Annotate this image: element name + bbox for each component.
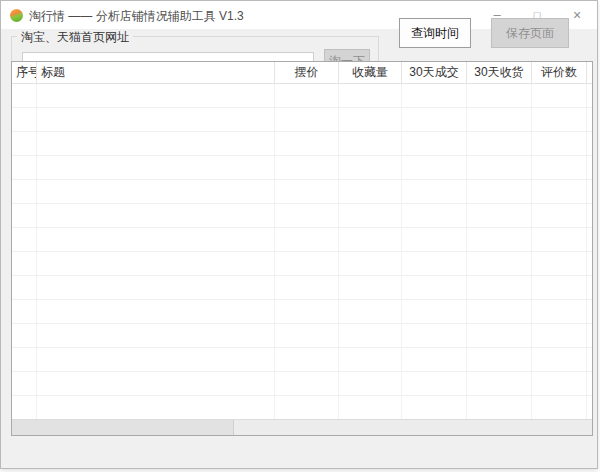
table-cell — [587, 132, 592, 155]
table-cell — [275, 156, 339, 179]
window-title: 淘行情 —— 分析店铺情况辅助工具 V1.3 — [29, 8, 244, 25]
column-header-30day-deals[interactable]: 30天成交 — [402, 62, 467, 84]
table-cell — [532, 84, 587, 107]
column-header-30day-received[interactable]: 30天收货 — [467, 62, 532, 84]
table-cell — [587, 84, 592, 107]
scrollbar-thumb[interactable] — [12, 420, 234, 435]
column-header-filler — [587, 62, 592, 84]
table-cell — [532, 132, 587, 155]
table-cell — [339, 348, 402, 371]
table-cell — [402, 372, 467, 395]
table-cell — [467, 276, 532, 299]
table-cell — [532, 108, 587, 131]
table-cell — [402, 108, 467, 131]
table-cell — [12, 204, 37, 227]
table-cell — [12, 348, 37, 371]
table-cell — [467, 204, 532, 227]
table-row — [12, 156, 592, 180]
horizontal-scrollbar[interactable] — [12, 419, 592, 435]
table-body — [12, 84, 592, 419]
table-cell — [467, 300, 532, 323]
table-cell — [12, 156, 37, 179]
table-cell — [37, 108, 275, 131]
table-cell — [402, 156, 467, 179]
table-cell — [587, 396, 592, 419]
query-time-button[interactable]: 查询时间 — [399, 18, 471, 48]
column-header-title[interactable]: 标题 — [37, 62, 275, 84]
table-cell — [587, 180, 592, 203]
table-cell — [37, 276, 275, 299]
table-cell — [12, 276, 37, 299]
table-cell — [12, 300, 37, 323]
table-row — [12, 204, 592, 228]
app-window: 淘行情 —— 分析店铺情况辅助工具 V1.3 – □ × 淘宝、天猫首页网址 淘… — [0, 0, 598, 469]
table-cell — [12, 252, 37, 275]
table-cell — [275, 108, 339, 131]
url-groupbox-label: 淘宝、天猫首页网址 — [17, 29, 133, 46]
table-cell — [12, 132, 37, 155]
table-cell — [339, 156, 402, 179]
table-cell — [402, 324, 467, 347]
table-cell — [275, 276, 339, 299]
save-page-button[interactable]: 保存页面 — [491, 18, 569, 48]
table-cell — [402, 180, 467, 203]
table-cell — [467, 180, 532, 203]
table-cell — [37, 84, 275, 107]
table-cell — [402, 396, 467, 419]
table-cell — [467, 396, 532, 419]
table-row — [12, 396, 592, 419]
table-cell — [339, 276, 402, 299]
column-header-index[interactable]: 序号 — [12, 62, 37, 84]
table-cell — [12, 396, 37, 419]
table-cell — [339, 372, 402, 395]
table-cell — [275, 300, 339, 323]
results-table[interactable]: 序号 标题 摆价 收藏量 30天成交 30天收货 评价数 — [11, 61, 593, 436]
table-cell — [587, 276, 592, 299]
table-cell — [37, 300, 275, 323]
table-cell — [402, 204, 467, 227]
table-row — [12, 372, 592, 396]
table-cell — [12, 372, 37, 395]
table-cell — [587, 108, 592, 131]
table-row — [12, 108, 592, 132]
table-cell — [587, 348, 592, 371]
table-cell — [532, 156, 587, 179]
table-cell — [37, 204, 275, 227]
table-cell — [37, 252, 275, 275]
table-cell — [339, 180, 402, 203]
table-cell — [467, 132, 532, 155]
table-cell — [467, 84, 532, 107]
table-cell — [402, 84, 467, 107]
table-cell — [37, 132, 275, 155]
table-cell — [339, 396, 402, 419]
table-cell — [467, 156, 532, 179]
table-cell — [339, 252, 402, 275]
table-cell — [532, 180, 587, 203]
table-cell — [37, 180, 275, 203]
table-cell — [339, 84, 402, 107]
table-cell — [275, 180, 339, 203]
table-row — [12, 84, 592, 108]
table-cell — [402, 348, 467, 371]
table-cell — [339, 132, 402, 155]
table-cell — [587, 228, 592, 251]
column-header-favorites[interactable]: 收藏量 — [339, 62, 402, 84]
table-cell — [275, 324, 339, 347]
table-cell — [467, 324, 532, 347]
table-cell — [12, 84, 37, 107]
table-row — [12, 132, 592, 156]
column-header-price[interactable]: 摆价 — [275, 62, 339, 84]
table-cell — [12, 228, 37, 251]
table-header: 序号 标题 摆价 收藏量 30天成交 30天收货 评价数 — [12, 62, 592, 84]
column-header-reviews[interactable]: 评价数 — [532, 62, 587, 84]
table-cell — [532, 228, 587, 251]
table-cell — [339, 228, 402, 251]
table-cell — [275, 348, 339, 371]
table-cell — [12, 324, 37, 347]
table-cell — [587, 204, 592, 227]
table-cell — [467, 108, 532, 131]
table-cell — [467, 228, 532, 251]
table-row — [12, 228, 592, 252]
table-cell — [532, 204, 587, 227]
table-row — [12, 324, 592, 348]
